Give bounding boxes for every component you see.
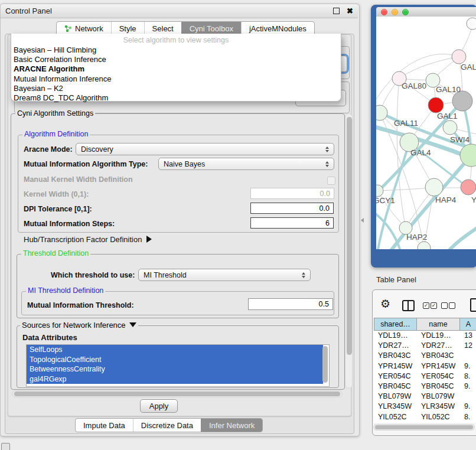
data-attribute-item[interactable]: TopologicalCoefficient: [27, 355, 323, 365]
network-node[interactable]: [467, 18, 476, 30]
minimized-panel-icon[interactable]: [1, 443, 10, 450]
network-node[interactable]: [452, 91, 472, 111]
table-horizontal-scrollbar-thumb[interactable]: [375, 425, 473, 429]
table-row[interactable]: YIL052CYIL052C8.: [374, 412, 476, 422]
table-cell: YPR145W: [417, 361, 460, 371]
network-node-gal11[interactable]: [376, 105, 387, 120]
network-node-y[interactable]: [461, 180, 476, 195]
network-node-gal[interactable]: [452, 50, 466, 64]
algorithm-option[interactable]: Dream8 DC_TDC Algorithm: [11, 93, 341, 103]
mi-steps-input[interactable]: [250, 217, 334, 229]
gear-icon[interactable]: ⚙: [380, 298, 390, 311]
settings-horizontal-scrollbar-thumb[interactable]: [14, 392, 340, 396]
unchecked-checkbox-icon[interactable]: [441, 302, 448, 309]
data-attribute-item[interactable]: BetweennessCentrality: [27, 364, 323, 374]
hub-definition-expander[interactable]: Hub/Transcription Factor Definition: [24, 235, 152, 244]
close-icon[interactable]: ✖: [347, 8, 353, 14]
data-attributes-label: Data Attributes: [22, 333, 77, 342]
apply-button[interactable]: Apply: [140, 399, 178, 413]
table-row[interactable]: YDL19…YDL19…13: [374, 331, 476, 341]
export-table-icon[interactable]: [470, 298, 476, 312]
mi-type-label: Mutual Information Algorithm Type:: [24, 160, 148, 168]
checked-checkbox-icon[interactable]: ✓: [431, 302, 437, 309]
network-node-gal1[interactable]: [428, 97, 444, 113]
data-attributes-list: SelfLoopsTopologicalCoefficientBetweenne…: [26, 344, 330, 387]
data-attribute-item[interactable]: SelfLoops: [27, 345, 323, 355]
network-node-swi4[interactable]: [443, 120, 457, 135]
tab-infer-network[interactable]: Infer Network: [201, 419, 262, 432]
table-row[interactable]: YDR27…YDR27…12: [374, 341, 476, 351]
window-close-icon[interactable]: [381, 9, 387, 15]
settings-vertical-scrollbar-thumb[interactable]: [347, 117, 352, 355]
node-label: GAL80: [402, 81, 426, 90]
kernel-width-input[interactable]: [250, 188, 334, 199]
table-cell: 13: [460, 331, 476, 341]
table-row[interactable]: YPR145WYPR145W9.: [374, 361, 476, 371]
column-header-3[interactable]: A: [460, 318, 476, 331]
node-label: GAL4: [410, 148, 431, 157]
attr-list-scrollbar-thumb[interactable]: [322, 346, 328, 383]
network-node-hap4[interactable]: [425, 178, 443, 196]
settings-vertical-scrollbar[interactable]: [345, 113, 353, 389]
network-node[interactable]: [418, 242, 431, 249]
algorithm-option[interactable]: ARACNE Algorithm: [11, 64, 341, 74]
tab-label: Discretize Data: [141, 421, 193, 430]
manual-kernel-label: Manual Kernel Width Definition: [24, 175, 133, 184]
network-edge: [397, 79, 406, 228]
column-header-1[interactable]: shared…: [374, 318, 417, 331]
unchecked-checkbox-icon[interactable]: [449, 302, 455, 309]
hub-definition-label: Hub/Transcription Factor Definition: [24, 235, 142, 244]
tab-discretize-data[interactable]: Discretize Data: [133, 419, 201, 432]
mi-threshold-input[interactable]: [248, 298, 333, 310]
expand-right-icon[interactable]: [146, 236, 152, 243]
table-cell: 8.: [460, 371, 476, 381]
tab-network[interactable]: Network: [57, 22, 111, 35]
tab-select[interactable]: Select: [144, 22, 181, 35]
table-row[interactable]: YBL079WYBL079W: [374, 392, 476, 402]
table-cell: YBR045C: [374, 381, 417, 392]
network-canvas[interactable]: GALGAL80GAL10GAL1GAL11SWI4GAL4HAP4YGCY1H…: [376, 17, 476, 249]
table-row[interactable]: YBR045CYBR045C9.: [374, 381, 476, 392]
settings-horizontal-scrollbar[interactable]: [12, 390, 343, 397]
columns-icon[interactable]: [402, 300, 415, 311]
algorithm-option[interactable]: Bayesian – K2: [11, 84, 341, 93]
table-header-row: shared…nameA: [374, 318, 476, 331]
table-row[interactable]: YLR345WYLR345W9.: [374, 402, 476, 412]
table-cell: YBR043C: [374, 351, 417, 361]
table-cell: 12: [460, 341, 476, 351]
table-cell: YBL079W: [374, 392, 417, 402]
manual-kernel-checkbox[interactable]: [327, 177, 335, 185]
kernel-width-label: Kernel Width (0,1):: [24, 190, 89, 198]
algorithm-option[interactable]: Basic Correlation Inference: [11, 55, 341, 64]
table-cell: YDL19…: [417, 331, 460, 341]
window-minimize-icon[interactable]: [392, 9, 398, 15]
panel-divider-grip[interactable]: [361, 218, 364, 223]
algorithm-option[interactable]: Bayesian – Hill Climbing: [11, 45, 341, 55]
algorithm-dropdown-popup: Select algorithm to view settings Bayesi…: [11, 34, 341, 102]
mi-type-combobox[interactable]: Naive Bayes: [158, 158, 334, 170]
dpi-tolerance-input[interactable]: [250, 203, 334, 214]
table-cell: YBL079W: [417, 392, 460, 402]
tab-impute-data[interactable]: Impute Data: [76, 419, 133, 432]
table-rows: YDL19…YDL19…13YDR27…YDR27…12YBR043CYBR04…: [374, 331, 476, 423]
tab-cyni-toolbox[interactable]: Cyni Toolbox: [181, 22, 241, 35]
aracne-mode-label: Aracne Mode:: [24, 145, 73, 154]
column-header-2[interactable]: name: [417, 318, 460, 331]
window-zoom-icon[interactable]: [402, 9, 409, 15]
settings-group-title: Cyni Algorithm Settings: [15, 110, 95, 118]
table-cell: [460, 392, 476, 402]
tab-style[interactable]: Style: [111, 22, 144, 35]
algorithm-option[interactable]: Mutual Information Inference: [11, 74, 341, 84]
aracne-mode-combobox[interactable]: Discovery: [76, 143, 334, 155]
table-cell: YDL19…: [374, 331, 417, 341]
float-window-icon[interactable]: [333, 8, 340, 14]
checked-checkbox-icon[interactable]: ✓: [423, 302, 429, 309]
collapse-down-icon[interactable]: [129, 322, 136, 327]
table-cell: [460, 351, 476, 361]
table-row[interactable]: YBR043CYBR043C: [374, 351, 476, 361]
table-row[interactable]: YER054CYER054C8.: [374, 371, 476, 381]
data-attribute-item[interactable]: gal4RGexp: [27, 374, 323, 384]
which-threshold-combobox[interactable]: MI Threshold: [138, 269, 311, 281]
tab-jactivemnodules[interactable]: jActiveMNodules: [241, 22, 314, 35]
table-horizontal-scrollbar[interactable]: [373, 424, 475, 431]
